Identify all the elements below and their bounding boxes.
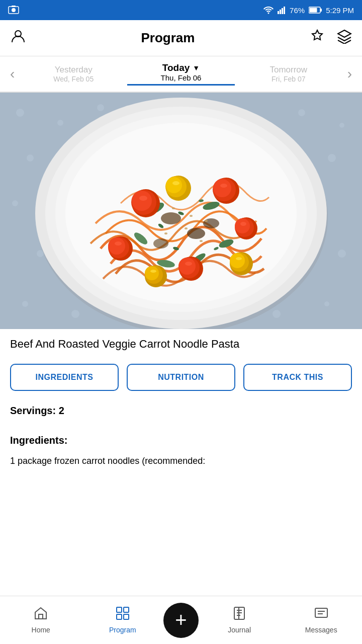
svg-point-15 (97, 104, 104, 111)
nav-journal-label: Journal (228, 626, 251, 634)
nav-add-button[interactable]: + (163, 603, 199, 638)
svg-point-79 (235, 218, 250, 233)
svg-point-106 (164, 232, 167, 234)
ingredients-section: Ingredients: 1 package frozen carrot noo… (10, 435, 352, 468)
svg-rect-109 (124, 607, 129, 612)
status-icons: 76% 5:29 PM (263, 6, 354, 15)
svg-rect-110 (117, 614, 122, 619)
status-bar: 76% 5:29 PM (0, 0, 362, 20)
yesterday-date[interactable]: Yesterday Wed, Feb 05 (20, 65, 127, 83)
svg-point-63 (153, 238, 168, 249)
servings-text: Servings: 2 (10, 405, 352, 417)
bottom-navigation: Home Program + Journal (0, 596, 362, 644)
svg-point-87 (166, 177, 182, 193)
nav-home-label: Home (32, 626, 50, 634)
svg-point-91 (230, 253, 245, 268)
track-this-button[interactable]: TRACK THIS (243, 364, 352, 391)
program-icon (116, 606, 130, 624)
svg-rect-111 (124, 614, 129, 619)
action-buttons: INGREDIENTS NUTRITION TRACK THIS (10, 364, 352, 391)
home-icon (34, 606, 48, 624)
journal-icon (232, 606, 246, 624)
nav-messages-label: Messages (305, 626, 337, 634)
nav-program[interactable]: Program (82, 606, 164, 634)
app-bar-right-icons (310, 29, 352, 47)
svg-point-84 (115, 242, 122, 246)
svg-point-80 (240, 222, 246, 226)
svg-rect-2 (12, 6, 16, 7)
date-navigation: ‹ Yesterday Wed, Feb 05 Today ▼ Thu, Feb… (0, 56, 362, 93)
plus-icon: + (175, 610, 187, 630)
star-icon[interactable] (310, 29, 325, 47)
svg-point-95 (145, 266, 159, 280)
svg-point-76 (185, 262, 192, 266)
svg-point-67 (132, 191, 152, 211)
svg-point-28 (12, 200, 18, 206)
nav-program-label: Program (109, 626, 136, 634)
svg-point-83 (108, 237, 125, 255)
layers-icon[interactable] (337, 29, 352, 47)
svg-point-105 (205, 220, 208, 222)
svg-point-72 (220, 184, 227, 188)
svg-point-102 (172, 207, 175, 209)
svg-point-103 (190, 215, 193, 217)
svg-point-41 (338, 250, 346, 258)
svg-point-75 (178, 258, 196, 275)
svg-rect-5 (280, 10, 281, 14)
ingredient-item: 1 package frozen carrot noodles (recomme… (10, 454, 352, 468)
ingredients-title: Ingredients: (10, 435, 352, 446)
svg-rect-6 (282, 8, 283, 14)
svg-point-48 (324, 301, 329, 306)
svg-point-62 (187, 228, 205, 239)
dropdown-arrow-icon: ▼ (193, 64, 200, 72)
svg-rect-108 (117, 607, 122, 612)
prev-arrow[interactable]: ‹ (5, 66, 20, 82)
nav-journal[interactable]: Journal (199, 606, 281, 634)
nav-messages[interactable]: Messages (281, 606, 363, 634)
svg-point-71 (213, 179, 231, 197)
svg-rect-4 (278, 11, 279, 14)
svg-rect-10 (310, 8, 317, 13)
svg-rect-117 (315, 608, 327, 617)
recipe-content: Beef And Roasted Veggie Carrot Noodle Pa… (0, 329, 362, 484)
svg-point-92 (236, 257, 242, 260)
svg-point-42 (22, 301, 28, 307)
nav-home[interactable]: Home (0, 606, 82, 634)
svg-point-43 (71, 310, 79, 318)
nutrition-button[interactable]: NUTRITION (127, 364, 235, 391)
svg-rect-9 (320, 9, 322, 12)
svg-point-14 (57, 120, 63, 126)
battery-text: 76% (290, 6, 305, 15)
tomorrow-date[interactable]: Tomorrow Fri, Feb 07 (235, 65, 342, 83)
svg-point-68 (139, 196, 147, 201)
svg-point-3 (268, 13, 269, 14)
messages-icon (314, 606, 328, 624)
svg-point-27 (328, 154, 336, 162)
svg-point-21 (27, 154, 34, 162)
svg-point-88 (172, 181, 179, 185)
time-text: 5:29 PM (326, 6, 354, 15)
svg-point-61 (161, 212, 181, 224)
svg-point-104 (185, 227, 188, 229)
profile-icon[interactable] (10, 28, 26, 48)
svg-point-1 (12, 8, 16, 12)
svg-point-47 (273, 310, 281, 318)
ingredients-button[interactable]: INGREDIENTS (10, 364, 119, 391)
svg-point-107 (200, 240, 203, 242)
svg-point-13 (16, 109, 24, 117)
svg-point-96 (150, 270, 156, 273)
recipe-image (0, 93, 362, 329)
app-bar-title: Program (141, 30, 195, 46)
next-arrow[interactable]: › (342, 66, 357, 82)
today-date[interactable]: Today ▼ Thu, Feb 06 (127, 62, 235, 86)
svg-point-19 (298, 109, 305, 116)
status-screenshot-icon (8, 5, 19, 16)
svg-rect-7 (284, 7, 285, 14)
app-bar: Program (0, 20, 362, 56)
recipe-title: Beef And Roasted Veggie Carrot Noodle Pa… (10, 337, 352, 352)
svg-point-20 (339, 123, 344, 128)
svg-point-64 (203, 218, 219, 228)
